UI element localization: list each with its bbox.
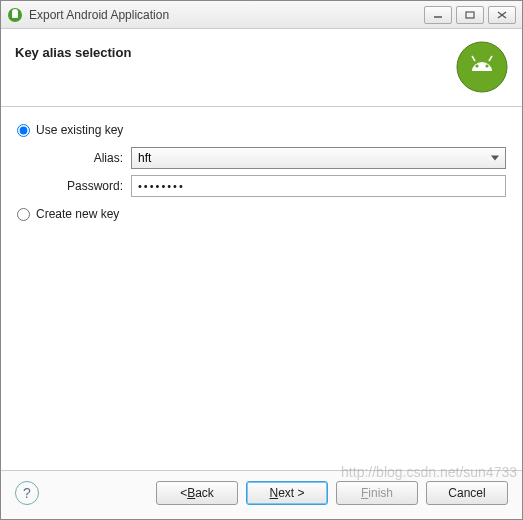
create-new-label: Create new key: [36, 207, 119, 221]
titlebar: Export Android Application: [1, 1, 522, 29]
help-button[interactable]: ?: [15, 481, 39, 505]
window-controls: [424, 6, 516, 24]
next-button[interactable]: Next >: [246, 481, 328, 505]
use-existing-label: Use existing key: [36, 123, 123, 137]
page-title: Key alias selection: [15, 41, 456, 60]
app-icon: [7, 7, 23, 23]
existing-key-form: Alias: hft Password: ••••••••: [39, 147, 506, 197]
create-new-key-option[interactable]: Create new key: [17, 207, 506, 221]
password-label: Password:: [39, 179, 131, 193]
maximize-button[interactable]: [456, 6, 484, 24]
alias-label: Alias:: [39, 151, 131, 165]
close-button[interactable]: [488, 6, 516, 24]
android-icon: [456, 41, 508, 93]
window-title: Export Android Application: [29, 8, 424, 22]
password-value: ••••••••: [138, 180, 185, 192]
svg-rect-4: [466, 12, 474, 18]
alias-value: hft: [138, 151, 151, 165]
wizard-content: Use existing key Alias: hft Password: ••…: [1, 107, 522, 470]
password-field[interactable]: ••••••••: [131, 175, 506, 197]
password-row: Password: ••••••••: [39, 175, 506, 197]
svg-point-12: [485, 64, 488, 67]
chevron-down-icon: [491, 156, 499, 161]
cancel-button[interactable]: Cancel: [426, 481, 508, 505]
dialog-window: Export Android Application Key alias sel…: [0, 0, 523, 520]
use-existing-radio[interactable]: [17, 124, 30, 137]
svg-point-2: [12, 9, 18, 15]
back-button[interactable]: < Back: [156, 481, 238, 505]
finish-button: Finish: [336, 481, 418, 505]
minimize-button[interactable]: [424, 6, 452, 24]
svg-point-11: [475, 64, 478, 67]
alias-select[interactable]: hft: [131, 147, 506, 169]
use-existing-key-option[interactable]: Use existing key: [17, 123, 506, 137]
create-new-radio[interactable]: [17, 208, 30, 221]
wizard-footer: ? < Back Next > Finish Cancel: [1, 470, 522, 519]
alias-row: Alias: hft: [39, 147, 506, 169]
wizard-header: Key alias selection: [1, 29, 522, 107]
